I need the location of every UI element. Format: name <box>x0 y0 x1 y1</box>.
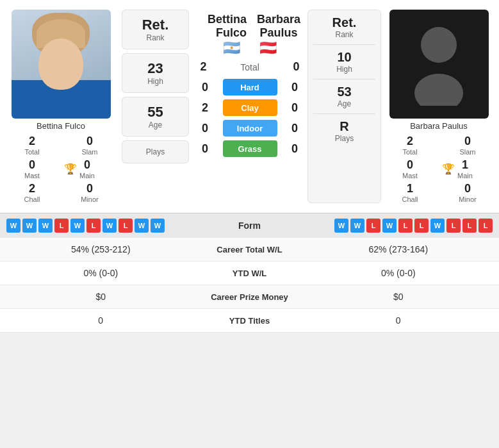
player-left: Bettina Fulco 2 Total 0 Slam 0 Mast 🏆 <box>6 10 115 203</box>
form-badge-right: L <box>446 219 461 233</box>
form-badge-left: W <box>22 219 37 233</box>
stats-row: 54% (253-212)Career Total W/L62% (273-16… <box>0 238 499 261</box>
form-badge-right: L <box>462 219 477 233</box>
stats-table: 54% (253-212)Career Total W/L62% (273-16… <box>0 238 499 333</box>
left-high-box: 23 High <box>122 53 189 93</box>
right-player-header-name: Barbara Paulus <box>253 13 304 40</box>
stats-center-label: YTD Titles <box>192 316 307 326</box>
right-slam: 0 Slam <box>442 135 493 156</box>
stats-left-value: $0 <box>10 292 192 302</box>
svg-point-1 <box>414 74 463 106</box>
divider3 <box>313 113 375 114</box>
form-badge-left: W <box>151 219 165 233</box>
right-total: 2 Total <box>384 135 436 156</box>
left-rank-box: Ret. Rank <box>122 10 189 49</box>
right-rank-item: Ret. Rank <box>332 15 357 39</box>
player-left-photo <box>12 10 111 119</box>
divider2 <box>313 79 375 79</box>
right-plays-item: R Plays <box>335 119 354 143</box>
silhouette-svg <box>407 22 471 106</box>
form-badge-left: W <box>38 219 53 233</box>
left-mast: 0 Mast <box>6 158 58 179</box>
form-badge-left: W <box>6 219 20 233</box>
form-badge-right: W <box>430 219 445 233</box>
stats-center-label: Career Total W/L <box>192 245 307 254</box>
right-trophy-row: 🏆 1 Main <box>442 158 493 179</box>
stats-right-value: 0% (0-0) <box>307 268 490 278</box>
surface-clay-badge: Clay <box>223 99 277 116</box>
form-label: Form <box>218 220 282 231</box>
left-main: 0 Main <box>79 158 95 179</box>
player-left-stats: 2 Total 0 Slam 0 Mast 🏆 0 Main <box>6 135 115 203</box>
divider1 <box>313 44 375 45</box>
left-slam: 0 Slam <box>64 135 115 156</box>
form-section: WWWLWLWLWW Form WWLWLLWLLL <box>0 213 499 238</box>
stats-center-label: Career Prize Money <box>192 292 307 302</box>
stats-left-value: 0 <box>10 315 192 326</box>
surface-clay-row: 2 Clay 0 <box>197 99 303 116</box>
right-high-item: 10 High <box>336 50 352 74</box>
form-right: WWLWLLWLLL <box>285 219 493 233</box>
surface-grass-badge: Grass <box>223 140 277 157</box>
surface-hard-badge: Hard <box>223 79 277 95</box>
player-right-photo <box>389 10 489 119</box>
surface-hard-row: 0 Hard 0 <box>197 79 303 95</box>
form-badge-right: L <box>479 219 493 233</box>
right-player-flag: 🇦🇹 <box>259 40 277 56</box>
form-badge-right: W <box>334 219 348 233</box>
player-right-stats: 2 Total 0 Slam 0 Mast 🏆 1 Main <box>384 135 493 203</box>
left-plays-box: Plays <box>122 140 189 163</box>
player-right: Barbara Paulus 2 Total 0 Slam 0 Mast 🏆 <box>384 10 493 203</box>
svg-point-0 <box>421 27 457 63</box>
trophy-icon-right: 🏆 <box>442 163 455 175</box>
stats-right-value: $0 <box>307 292 490 302</box>
left-trophy-row: 🏆 0 Main <box>64 158 115 179</box>
right-age-item: 53 Age <box>337 85 351 108</box>
right-chall: 1 Chall <box>384 182 436 203</box>
right-mast: 0 Mast <box>384 158 436 179</box>
total-row: 2 Total 0 <box>195 60 304 74</box>
stats-left-value: 54% (253-212) <box>10 244 192 254</box>
players-section: Bettina Fulco 2 Total 0 Slam 0 Mast 🏆 <box>0 0 499 213</box>
stats-left-value: 0% (0-0) <box>10 268 192 278</box>
stats-center-label: YTD W/L <box>192 269 307 278</box>
right-main: 1 Main <box>457 158 473 179</box>
form-badge-left: L <box>54 219 69 233</box>
form-badge-right: L <box>398 219 413 233</box>
left-minor: 0 Minor <box>64 182 115 203</box>
stats-right-value: 62% (273-164) <box>307 244 490 254</box>
form-badge-right: W <box>350 219 364 233</box>
form-badge-left: W <box>135 219 149 233</box>
surface-grass-row: 0 Grass 0 <box>197 140 303 157</box>
form-badge-left: W <box>102 219 117 233</box>
player-left-name-label: Bettina Fulco <box>37 121 85 131</box>
center-section: Bettina Fulco 🇦🇷 Barbara Paulus 🇦🇹 2 Tot… <box>195 10 304 203</box>
player-right-name-label: Barbara Paulus <box>410 121 468 131</box>
form-badge-right: L <box>366 219 380 233</box>
surface-indoor-badge: Indoor <box>223 120 277 137</box>
right-minor: 0 Minor <box>442 182 493 203</box>
left-middle-section: Ret. Rank 23 High 55 Age Plays <box>119 10 192 203</box>
form-badge-left: W <box>70 219 85 233</box>
left-player-header-name: Bettina Fulco <box>208 13 247 39</box>
surface-indoor-row: 0 Indoor 0 <box>197 120 303 137</box>
form-left: WWWLWLWLWW <box>6 219 215 233</box>
face <box>38 38 83 90</box>
form-badge-left: L <box>119 219 133 233</box>
stats-row: 0YTD Titles0 <box>0 309 499 333</box>
main-container: Bettina Fulco 2 Total 0 Slam 0 Mast 🏆 <box>0 0 499 333</box>
stats-row: 0% (0-0)YTD W/L0% (0-0) <box>0 261 499 285</box>
stats-row: $0Career Prize Money$0 <box>0 285 499 309</box>
right-stats-box: Ret. Rank 10 High 53 Age R Plays <box>307 10 381 203</box>
form-badge-left: L <box>86 219 101 233</box>
form-badge-right: L <box>414 219 429 233</box>
stats-right-value: 0 <box>307 315 490 326</box>
form-badge-right: W <box>382 219 397 233</box>
left-chall: 2 Chall <box>6 182 58 203</box>
left-total: 2 Total <box>6 135 58 156</box>
trophy-icon-left: 🏆 <box>64 163 77 175</box>
left-player-flag: 🇦🇷 <box>223 40 240 56</box>
left-age-box: 55 Age <box>122 97 189 137</box>
